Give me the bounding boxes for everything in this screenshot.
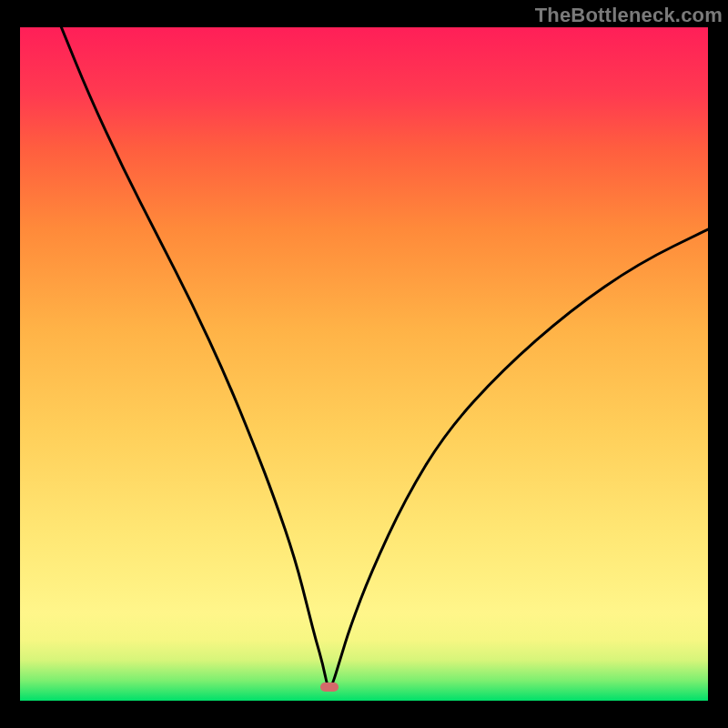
watermark-text: TheBottleneck.com — [535, 4, 723, 27]
plot-area — [20, 27, 708, 701]
bottleneck-curve — [61, 27, 708, 687]
plot-frame — [20, 27, 708, 701]
curve-svg — [20, 27, 708, 701]
minimum-marker — [320, 682, 339, 692]
